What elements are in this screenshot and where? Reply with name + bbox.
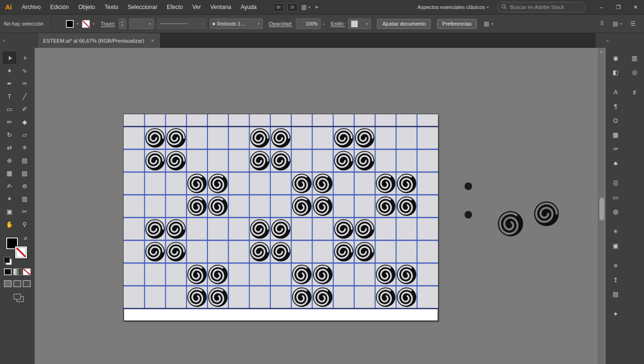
brush-definition-dropdown[interactable]: Redondo 3 ... ▾: [210, 18, 263, 29]
vertical-scrollbar[interactable]: ▴: [598, 48, 605, 364]
workspace-switcher[interactable]: Aspectos esenciales clásicos ▾: [418, 4, 489, 10]
stroke-weight-stepper[interactable]: ▴ ▾: [119, 18, 126, 29]
shape-builder-tool[interactable]: ⊕: [3, 154, 16, 166]
menu-item-ayuda[interactable]: Ayuda: [236, 0, 261, 14]
menu-item-archivo[interactable]: Archivo: [17, 0, 45, 14]
width-tool[interactable]: ⇄: [3, 141, 16, 154]
artboard-tool[interactable]: ▣: [3, 205, 16, 218]
menu-item-seleccionar[interactable]: Seleccionar: [123, 0, 162, 14]
symbol-sprayer-tool[interactable]: ✴: [3, 192, 16, 205]
app-logo[interactable]: Ai: [0, 3, 17, 11]
opacity-dropdown-arrow[interactable]: ›: [323, 21, 325, 27]
line-segment-tool[interactable]: ╱: [18, 90, 31, 102]
rectangle-tool[interactable]: ▭: [3, 103, 16, 115]
preferences-button[interactable]: Preferencias: [437, 19, 477, 29]
swatches-panel-icon[interactable]: ◎: [628, 66, 641, 78]
stroke-weight-dropdown[interactable]: ▾: [129, 18, 154, 29]
share-icon[interactable]: ➣: [314, 4, 319, 10]
transparency-panel-icon[interactable]: ◍: [609, 205, 622, 218]
mesh-tool[interactable]: ▦: [3, 167, 16, 179]
perspective-grid-tool[interactable]: ▤: [18, 154, 31, 166]
scrollbar-thumb[interactable]: [599, 198, 604, 220]
pen-tool[interactable]: ✒: [3, 77, 16, 90]
properties-panel-icon[interactable]: ♯: [628, 86, 641, 98]
collapse-left-panel-icon[interactable]: «: [3, 38, 6, 43]
document-tab[interactable]: ESTEEM.ai* al 66,67% (RGB/Previsualizar)…: [37, 33, 161, 48]
paintbrush-tool[interactable]: ✐: [18, 103, 31, 115]
direct-selection-tool[interactable]: ➢: [18, 52, 31, 64]
scale-tool[interactable]: ▱: [18, 128, 31, 141]
export-panel-icon[interactable]: ↥: [609, 273, 622, 286]
restore-button[interactable]: ❐: [610, 0, 627, 14]
slice-tool[interactable]: ✂: [18, 205, 31, 218]
screen-mode-button[interactable]: [14, 293, 21, 301]
lasso-tool[interactable]: ∿: [18, 64, 31, 77]
swap-fill-stroke-icon[interactable]: ⇄: [24, 236, 27, 241]
opentype-panel-icon[interactable]: O: [609, 114, 622, 127]
draw-behind-button[interactable]: [13, 280, 21, 287]
hand-tool[interactable]: ✋: [3, 218, 16, 230]
stepper-down-icon[interactable]: ▾: [122, 24, 123, 27]
glyphs-panel-icon[interactable]: ▦: [609, 128, 622, 141]
menu-item-texto[interactable]: Texto: [100, 0, 123, 14]
appearance-panel-icon[interactable]: ✳: [609, 225, 622, 237]
menu-item-ver[interactable]: Ver: [188, 0, 206, 14]
menu-item-edicion[interactable]: Edición: [45, 0, 73, 14]
blend-tool[interactable]: ⊚: [18, 180, 31, 192]
graphic-styles-panel-icon[interactable]: ▣: [609, 239, 622, 252]
curvature-tool[interactable]: ✑: [18, 77, 31, 90]
fill-color-control[interactable]: ▾: [66, 20, 79, 28]
scroll-up-icon[interactable]: ▴: [599, 50, 604, 54]
color-button[interactable]: [4, 268, 12, 275]
shaper-tool[interactable]: ◆: [18, 116, 31, 128]
fill-swatch[interactable]: [66, 20, 74, 28]
stroke-color-indicator[interactable]: [15, 246, 27, 259]
rotate-tool[interactable]: ↻: [3, 128, 16, 141]
draw-normal-button[interactable]: [4, 280, 12, 287]
selection-tool[interactable]: ➤: [3, 52, 16, 64]
gradient-tool[interactable]: ▧: [18, 167, 31, 179]
zoom-tool[interactable]: ⚲: [18, 218, 31, 230]
stroke-color-control[interactable]: ▾: [82, 20, 95, 28]
paragraph-panel-icon[interactable]: ¶: [609, 100, 622, 112]
none-button[interactable]: [23, 268, 31, 275]
close-button[interactable]: ✕: [627, 0, 644, 14]
layers-panel-icon[interactable]: ≡: [609, 259, 622, 272]
stroke-swatch[interactable]: [82, 20, 90, 28]
align-options[interactable]: ▤ ▾: [484, 20, 493, 27]
libraries-panel-icon[interactable]: ✦: [609, 308, 622, 320]
canvas-area[interactable]: ▴: [35, 48, 606, 364]
default-fill-stroke-icon[interactable]: [4, 257, 10, 263]
style-label[interactable]: Estilo:: [331, 21, 345, 27]
tab-close-icon[interactable]: ✕: [151, 38, 154, 43]
gradient-panel-icon[interactable]: ▭: [609, 191, 622, 203]
stroke-weight-label[interactable]: Trazo:: [101, 21, 116, 27]
magic-wand-tool[interactable]: ✶: [3, 64, 16, 77]
pathfinder-panel-icon[interactable]: ◧: [609, 66, 622, 78]
pencil-tool[interactable]: ✏: [3, 116, 16, 128]
bridge-icon[interactable]: Br: [274, 3, 284, 11]
brushes-panel-icon[interactable]: ✑: [609, 143, 622, 155]
type-tool[interactable]: T: [3, 90, 16, 102]
stroke-panel-icon[interactable]: ☰: [609, 177, 622, 189]
stock-icon[interactable]: St: [287, 3, 297, 11]
color-guide-panel-icon[interactable]: ▥: [628, 52, 641, 64]
opacity-label[interactable]: Opacidad:: [269, 21, 293, 27]
panel-toggle-icon[interactable]: ▤▾: [613, 20, 622, 27]
menu-item-ventana[interactable]: Ventana: [206, 0, 236, 14]
character-panel-icon[interactable]: A: [609, 86, 622, 98]
stepper-up-icon[interactable]: ▴: [122, 20, 123, 24]
fit-document-button[interactable]: Ajustar documento: [377, 19, 431, 29]
column-graph-tool[interactable]: ▥: [18, 192, 31, 205]
opacity-field[interactable]: 100%: [296, 18, 321, 29]
control-menu-icon[interactable]: ☰: [630, 20, 635, 27]
arrange-documents-icon[interactable]: ▥▾: [301, 4, 310, 10]
graphic-style-dropdown[interactable]: ▾: [348, 18, 371, 29]
stock-search[interactable]: [497, 2, 585, 12]
menu-item-efecto[interactable]: Efecto: [162, 0, 188, 14]
symbols-panel-icon[interactable]: ♣: [609, 157, 622, 169]
minimize-button[interactable]: –: [593, 0, 610, 14]
free-transform-tool[interactable]: ✳: [18, 141, 31, 154]
color-panel-icon[interactable]: ◉: [609, 52, 622, 64]
eyedropper-tool[interactable]: ✍: [3, 180, 16, 192]
